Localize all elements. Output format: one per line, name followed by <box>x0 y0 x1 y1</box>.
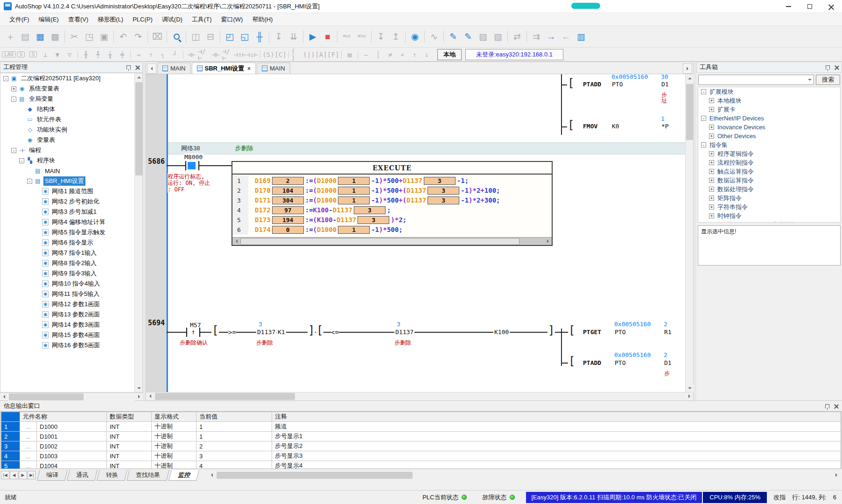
operand[interactable]: K100 <box>493 329 510 336</box>
row-delete-button[interactable]: ↓ <box>421 49 433 60</box>
expand-toggle[interactable]: - <box>701 89 706 94</box>
stop-button[interactable]: ■ <box>320 29 335 44</box>
hline-draw-button[interactable]: — <box>360 49 372 60</box>
local-mode-button[interactable]: 本地 <box>437 49 462 60</box>
save-all-button[interactable]: ▩ <box>48 29 63 44</box>
first-page-button[interactable]: |◀ <box>1 471 9 479</box>
edit-monitor-button[interactable]: ✎ <box>461 29 476 44</box>
compile-all-button[interactable]: ⇊ <box>286 29 301 44</box>
live-value-box[interactable]: 194 <box>272 216 304 224</box>
net-ground-button[interactable]: ⊥ <box>39 49 51 60</box>
coil-out-button[interactable]: ( ) <box>291 49 303 60</box>
down-solid-button[interactable]: ▼ <box>51 49 63 60</box>
tree-item[interactable]: +流程控制指令 <box>698 158 840 167</box>
oscilloscope-button[interactable]: ∿ <box>427 29 442 44</box>
contact-no-button[interactable]: ⊣⊢ <box>185 49 197 60</box>
tree-item[interactable]: ∗网络11 指令5输入 <box>0 289 142 299</box>
tree-item[interactable]: ∗网络14 参数3画面 <box>0 320 142 330</box>
coil-set-button[interactable]: (S) <box>262 49 274 60</box>
branch-merge-button[interactable]: ╪ <box>116 49 128 60</box>
expand-toggle[interactable]: + <box>11 86 16 91</box>
live-value-box[interactable]: 3 <box>354 206 386 214</box>
tree-item[interactable]: ∗网络7 指令1输入 <box>0 248 142 258</box>
editor-vscrollbar[interactable] <box>685 74 693 392</box>
contact-fall-button[interactable]: ⊣↓⊢ <box>246 49 258 60</box>
live-value-box[interactable]: 304 <box>272 196 304 204</box>
tree-item[interactable]: ∗网络10 指令4输入 <box>0 279 142 289</box>
expand-toggle[interactable]: - <box>3 76 8 81</box>
scroll-left-icon[interactable] <box>232 238 240 245</box>
compare-operator[interactable]: >= <box>228 329 236 336</box>
tree-item[interactable]: ∗网络16 参数5画面 <box>0 340 142 350</box>
expand-toggle[interactable]: + <box>709 196 714 201</box>
live-value-box[interactable]: 104 <box>272 187 304 195</box>
scroll-right-icon[interactable] <box>832 471 840 479</box>
tree-item[interactable]: +字符串指令 <box>698 203 840 211</box>
live-value-box[interactable]: 2 <box>272 177 304 185</box>
operand[interactable]: PTO <box>614 359 626 366</box>
plc-protocol-button[interactable]: PLC <box>339 29 354 44</box>
next-page-button[interactable]: ▶ <box>19 471 27 479</box>
operand[interactable]: PTO <box>611 81 624 88</box>
window-cascade-button[interactable]: ◰ <box>222 29 237 44</box>
contact-m8000[interactable] <box>185 161 199 170</box>
expand-toggle[interactable]: - <box>19 158 24 163</box>
operand[interactable]: D1137 <box>256 329 276 336</box>
tree-item[interactable]: ▤MAIN <box>0 166 142 176</box>
tree-item[interactable]: +Other Devices <box>698 132 840 140</box>
window-export-button[interactable]: ◱ <box>237 29 252 44</box>
tree-item[interactable]: -指令集 <box>698 140 840 149</box>
tree-item[interactable]: ▭软元件表 <box>0 114 142 125</box>
tree-item[interactable]: +触点运算指令 <box>698 167 840 176</box>
print-button[interactable]: ⊟ <box>203 29 218 44</box>
close-tab-icon[interactable]: × <box>247 65 251 72</box>
execute-block[interactable]: EXECUTE 1D1692:=(D10001-1)*500+D11373-1;… <box>232 161 553 246</box>
editor-tab[interactable]: MAIN <box>257 63 290 74</box>
operand[interactable]: D1 <box>660 81 670 88</box>
tree-item[interactable]: ∗网络6 指令显示 <box>0 238 142 248</box>
tree-item[interactable]: ∗网络8 指令2输入 <box>0 258 142 268</box>
toolbox-search-input[interactable] <box>698 75 814 85</box>
expand-toggle[interactable]: + <box>709 107 714 112</box>
row-options-cell[interactable]: ... <box>20 451 37 461</box>
scroll-left-icon[interactable] <box>208 471 216 479</box>
coil-inv-button[interactable]: (|) <box>303 49 315 60</box>
table-row[interactable]: 4...D1003INT十进制3步号显示3 <box>1 451 841 461</box>
scroll-up-icon[interactable] <box>686 74 694 82</box>
close-button[interactable] <box>821 0 842 13</box>
contact-no2-button[interactable]: ⊣⊢ <box>210 49 222 60</box>
output-tab[interactable]: 监控 <box>168 470 199 481</box>
down-hollow-button[interactable]: ▽ <box>63 49 76 60</box>
search-button[interactable] <box>169 29 184 44</box>
close-panel-icon[interactable] <box>835 65 839 70</box>
table-row[interactable]: 2...D1001INT十进制1步号显示1 <box>1 432 841 441</box>
row-options-cell[interactable]: ... <box>20 432 37 441</box>
menu-item[interactable]: 查看(V) <box>63 14 93 26</box>
editor-hscrollbar[interactable] <box>146 392 693 400</box>
lad-mode-button[interactable]: LAD <box>3 49 15 60</box>
contact-nc-button[interactable]: ⊣/⊢ <box>197 49 210 60</box>
execute-hscrollbar[interactable] <box>232 237 552 245</box>
live-value-box[interactable]: 1 <box>338 187 370 195</box>
tree-item[interactable]: -▚程序块 <box>0 155 142 166</box>
scroll-left-icon[interactable] <box>146 392 154 400</box>
instruction-name[interactable]: PTADD <box>583 81 601 88</box>
editor-tab[interactable]: MAIN <box>157 63 191 74</box>
print-preview-button[interactable]: ◫ <box>188 29 203 44</box>
output-tab[interactable]: 转换 <box>97 470 127 481</box>
menu-item[interactable]: 调试(D) <box>157 14 187 26</box>
instruction-name[interactable]: PTADD <box>583 359 601 366</box>
operand[interactable]: K0 <box>611 123 620 130</box>
live-value-box[interactable]: 0 <box>272 226 304 234</box>
tree-item[interactable]: ∗网络4 偏移地址计算 <box>0 217 142 227</box>
scroll-up-icon[interactable] <box>135 73 143 81</box>
scroll-right-icon[interactable] <box>135 393 143 401</box>
open-project-button[interactable]: ▤ <box>18 29 33 44</box>
close-panel-icon[interactable] <box>834 404 838 408</box>
operand[interactable]: D1137 <box>394 329 414 336</box>
tree-item[interactable]: ◇功能块实例 <box>0 125 142 135</box>
operand[interactable]: R1 <box>663 329 673 336</box>
upload-button[interactable]: ↥ <box>388 29 403 44</box>
menu-item[interactable]: 窗口(W) <box>216 14 247 26</box>
tree-item[interactable]: -▣二次编程20250711 [Easy320] <box>0 73 142 84</box>
